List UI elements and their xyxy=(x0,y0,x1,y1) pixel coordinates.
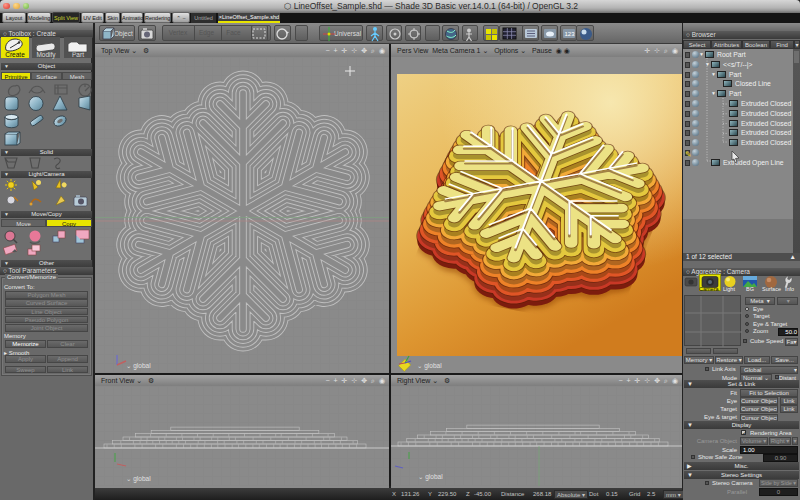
svg-text:123: 123 xyxy=(565,31,576,37)
